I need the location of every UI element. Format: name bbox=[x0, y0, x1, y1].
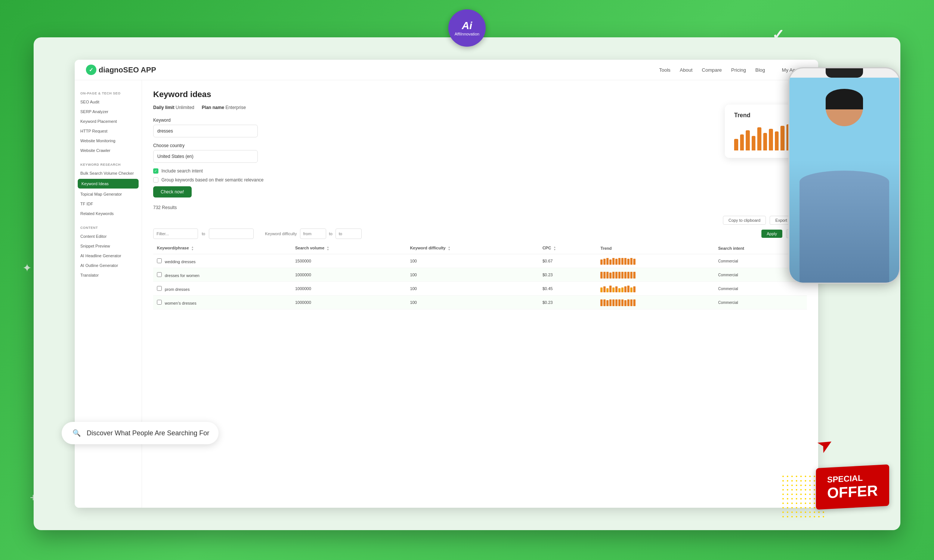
country-group: Choose country United States (en) bbox=[153, 143, 807, 163]
country-select[interactable]: United States (en) bbox=[153, 150, 258, 163]
col-search-volume[interactable]: Search volume ▲▼ bbox=[291, 243, 406, 254]
mini-trend-bar bbox=[606, 300, 609, 306]
trend-chart-bar bbox=[769, 129, 773, 151]
mini-trend-bar bbox=[600, 288, 603, 293]
trend-cell bbox=[596, 254, 714, 268]
check-now-button[interactable]: Check now! bbox=[153, 186, 192, 197]
cpc-cell: $0.23 bbox=[539, 296, 596, 309]
mini-trend-bar bbox=[603, 286, 606, 292]
kd-from-input[interactable] bbox=[300, 228, 326, 239]
checkbox-search-intent[interactable]: ✓ bbox=[153, 168, 159, 174]
col-cpc[interactable]: CPC ▲▼ bbox=[539, 243, 596, 254]
kd-to-input[interactable] bbox=[336, 228, 362, 239]
search-volume-cell: 1000000 bbox=[291, 268, 406, 282]
trend-cell bbox=[596, 282, 714, 296]
keyword-input[interactable] bbox=[153, 125, 258, 137]
search-overlay-text: Discover What People Are Searching For bbox=[87, 429, 209, 437]
filter-label-to: to bbox=[202, 231, 205, 236]
meta-row: Daily limit Unlimited Plan name Enterpri… bbox=[153, 105, 807, 110]
sidebar-item-translator[interactable]: Translator bbox=[75, 270, 142, 280]
sidebar-item-bulk-search[interactable]: Bulk Search Volume Checker bbox=[75, 168, 142, 178]
phone-mockup bbox=[788, 67, 900, 284]
keyword-difficulty-cell: 100 bbox=[406, 282, 539, 296]
sidebar-item-ai-outline[interactable]: AI Outline Generator bbox=[75, 261, 142, 270]
sidebar-item-keyword-ideas[interactable]: Keyword Ideas bbox=[78, 179, 139, 189]
mini-trend-bar bbox=[624, 258, 627, 265]
mini-trend-bar bbox=[624, 300, 627, 306]
mini-trend-bar bbox=[603, 299, 606, 306]
mini-trend-bar bbox=[618, 299, 621, 306]
keyword-label: Keyword bbox=[153, 118, 807, 123]
apply-button[interactable]: Apply bbox=[761, 229, 782, 238]
row-checkbox[interactable] bbox=[157, 300, 162, 305]
checkbox-group-keywords[interactable] bbox=[153, 177, 159, 183]
affi-logo-ai-text: Ai bbox=[462, 20, 472, 32]
trend-chart-bar bbox=[746, 130, 750, 151]
mini-trend-bars bbox=[600, 257, 711, 265]
mini-trend-bar bbox=[618, 272, 621, 278]
affi-logo-brand-text: AffiInnovation bbox=[455, 32, 479, 36]
trend-chart-bar bbox=[752, 136, 756, 151]
mini-trend-bar bbox=[612, 288, 615, 293]
trend-cell bbox=[596, 296, 714, 309]
sidebar-item-snippet-preview[interactable]: Snippet Preview bbox=[75, 241, 142, 251]
sidebar-item-ai-headline[interactable]: AI Headline Generator bbox=[75, 251, 142, 261]
sidebar-item-topical-map[interactable]: Topical Map Generator bbox=[75, 189, 142, 199]
mini-trend-bar bbox=[621, 272, 624, 278]
copy-clipboard-button[interactable]: Copy to clipboard bbox=[723, 216, 766, 225]
col-keyword-difficulty[interactable]: Keyword difficulty ▲▼ bbox=[406, 243, 539, 254]
nav-blog[interactable]: Blog bbox=[755, 67, 765, 73]
nav-about[interactable]: About bbox=[680, 67, 693, 73]
sidebar-item-related-keywords[interactable]: Related Keywords bbox=[75, 209, 142, 218]
nav-pricing[interactable]: Pricing bbox=[731, 67, 746, 73]
col-keyword[interactable]: Keyword/phrase ▲▼ bbox=[153, 243, 291, 254]
row-checkbox[interactable] bbox=[157, 272, 162, 277]
sidebar-item-content-editor[interactable]: Content Editor bbox=[75, 231, 142, 241]
sidebar-item-tf-idf[interactable]: TF IDF bbox=[75, 199, 142, 209]
sidebar-item-website-monitoring[interactable]: Website Monitoring bbox=[75, 136, 142, 146]
export-row: Copy to clipboard Export to CSV bbox=[153, 216, 807, 225]
results-count: 732 Results bbox=[153, 205, 807, 210]
star-deco-6: ✦ bbox=[22, 262, 32, 274]
mini-trend-bar bbox=[609, 260, 612, 265]
mini-trend-bars bbox=[600, 298, 711, 306]
sidebar-item-serp-analyzer[interactable]: SERP Analyzer bbox=[75, 107, 142, 117]
keyword-filter-input[interactable] bbox=[153, 228, 198, 239]
keyword-filter-to-input[interactable] bbox=[209, 228, 254, 239]
mini-trend-bar bbox=[615, 272, 618, 278]
mini-trend-bar bbox=[624, 272, 627, 278]
mini-trend-bar bbox=[612, 258, 615, 265]
page-title: Keyword ideas bbox=[153, 89, 807, 99]
affi-logo: Ai AffiInnovation bbox=[449, 9, 485, 47]
main-frame: ✓ diagnoSEO APP Tools About Compare Pric… bbox=[34, 37, 900, 530]
mini-trend-bar bbox=[603, 272, 606, 278]
table-row: women's dresses1000000100$0.23Commercial bbox=[153, 296, 807, 309]
sidebar-item-http-request[interactable]: HTTP Request bbox=[75, 126, 142, 136]
person-body bbox=[800, 171, 889, 283]
sidebar-item-website-crawler[interactable]: Website Crawler bbox=[75, 146, 142, 155]
mini-trend-bar bbox=[600, 272, 603, 278]
sidebar-item-seo-audit[interactable]: SEO Audit bbox=[75, 97, 142, 107]
keyword-table: Keyword/phrase ▲▼ Search volume ▲▼ Keywo… bbox=[153, 243, 807, 309]
table-filters: to Keyword difficulty to Apply Clear bbox=[153, 228, 807, 239]
sidebar-item-keyword-placement[interactable]: Keyword Placement bbox=[75, 117, 142, 126]
cpc-cell: $0.23 bbox=[539, 268, 596, 282]
nav-compare[interactable]: Compare bbox=[702, 67, 722, 73]
offer-text: OFFER bbox=[827, 482, 878, 502]
mini-trend-bar bbox=[609, 272, 612, 278]
mini-trend-bar bbox=[606, 288, 609, 292]
trend-chart-bar bbox=[734, 139, 738, 151]
row-checkbox[interactable] bbox=[157, 258, 162, 263]
mini-trend-bar bbox=[600, 299, 603, 306]
mini-trend-bar bbox=[627, 272, 629, 278]
keyword-difficulty-cell: 100 bbox=[406, 268, 539, 282]
mini-trend-bar bbox=[618, 288, 621, 292]
sidebar-section-onpage: ON-PAGE & TECH SEO bbox=[75, 88, 142, 97]
mini-trend-bar bbox=[600, 260, 603, 265]
trend-chart-bar bbox=[740, 134, 744, 151]
row-checkbox[interactable] bbox=[157, 286, 162, 291]
nav-tools[interactable]: Tools bbox=[659, 67, 670, 73]
sidebar-section-content: CONTENT bbox=[75, 222, 142, 231]
app-logo-text: diagnoSEO APP bbox=[99, 66, 156, 74]
trend-chart-bar bbox=[763, 133, 768, 151]
